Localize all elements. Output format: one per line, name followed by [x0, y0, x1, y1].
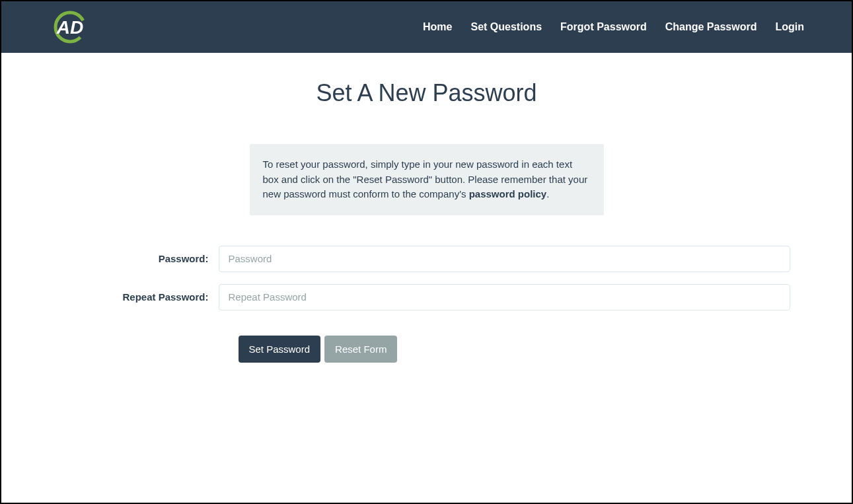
logo-icon: AD	[49, 11, 92, 44]
repeat-password-label: Repeat Password:	[63, 291, 219, 303]
main-container: Set A New Password To reset your passwor…	[54, 79, 800, 363]
nav-change-password[interactable]: Change Password	[665, 21, 757, 33]
repeat-password-row: Repeat Password:	[63, 284, 790, 310]
set-password-button[interactable]: Set Password	[239, 336, 321, 363]
repeat-password-input[interactable]	[219, 284, 790, 310]
nav-login[interactable]: Login	[775, 21, 804, 33]
app-logo[interactable]: AD	[49, 11, 92, 44]
page-title: Set A New Password	[63, 79, 790, 107]
svg-text:AD: AD	[56, 17, 83, 38]
password-form: Password: Repeat Password: Set Password …	[63, 246, 790, 363]
navbar: AD Home Set Questions Forgot Password Ch…	[1, 1, 852, 53]
nav-set-questions[interactable]: Set Questions	[470, 21, 542, 33]
nav-links: Home Set Questions Forgot Password Chang…	[423, 21, 804, 33]
password-input[interactable]	[219, 246, 790, 272]
info-suffix: .	[546, 188, 549, 199]
nav-forgot-password[interactable]: Forgot Password	[560, 21, 647, 33]
password-label: Password:	[63, 253, 219, 264]
password-row: Password:	[63, 246, 790, 272]
reset-form-button[interactable]: Reset Form	[324, 336, 397, 363]
info-box: To reset your password, simply type in y…	[250, 144, 604, 215]
nav-home[interactable]: Home	[423, 21, 452, 33]
button-row: Set Password Reset Form	[239, 336, 790, 363]
info-policy-link[interactable]: password policy	[469, 188, 547, 199]
